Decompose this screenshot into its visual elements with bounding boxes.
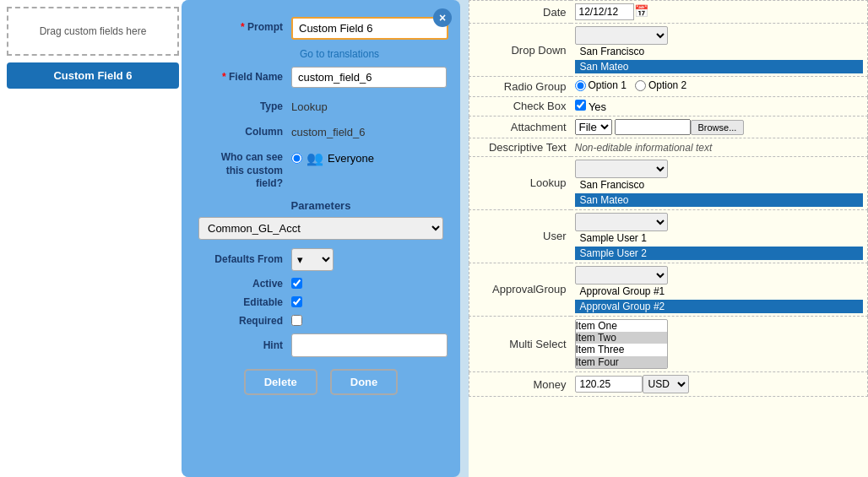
type-value: Lookup bbox=[291, 96, 328, 113]
field-label: Attachment bbox=[469, 116, 571, 138]
column-row: Column custom_field_6 bbox=[198, 122, 443, 138]
field-value: San FranciscoSan Mateo bbox=[571, 156, 868, 209]
left-panel: Drag custom fields here Custom Field 6 bbox=[0, 0, 186, 477]
active-row: Active bbox=[198, 278, 443, 290]
params-select[interactable]: Common_GL_Acct bbox=[198, 217, 443, 240]
checkbox-input[interactable] bbox=[575, 100, 586, 111]
prompt-row: * Prompt bbox=[198, 17, 443, 40]
editable-label: Editable bbox=[198, 296, 291, 308]
field-name-label: * Field Name bbox=[198, 67, 291, 83]
radio-label: Option 1 bbox=[589, 79, 627, 91]
descriptive-text: Non-editable informational text bbox=[575, 142, 713, 154]
list-item[interactable]: San Francisco bbox=[575, 178, 864, 192]
field-label: Check Box bbox=[469, 96, 571, 116]
list-item: Item Four bbox=[576, 356, 667, 368]
table-row: Check Box Yes bbox=[469, 96, 868, 116]
list-item[interactable]: Approval Group #2 bbox=[575, 300, 864, 313]
defaults-select[interactable]: ▾ bbox=[291, 248, 334, 271]
field-value: Non-editable informational text bbox=[571, 138, 868, 156]
table-row: ApprovalGroupApproval Group #1Approval G… bbox=[469, 263, 868, 316]
editable-row: Editable bbox=[198, 296, 443, 308]
list-item[interactable]: San Mateo bbox=[575, 60, 864, 73]
field-value: San FranciscoSan Mateo bbox=[571, 24, 868, 77]
radio-option: Option 2 bbox=[635, 79, 686, 91]
done-button[interactable]: Done bbox=[330, 369, 399, 395]
modal-dialog: × * Prompt Go to translations * Field Na… bbox=[182, 0, 460, 477]
list-item: Item Three bbox=[576, 344, 667, 355]
field-label: Money bbox=[469, 372, 571, 397]
attachment-input[interactable] bbox=[615, 119, 691, 135]
modal-close-button[interactable]: × bbox=[433, 8, 452, 27]
who-everyone-label: Everyone bbox=[328, 152, 374, 165]
custom-field-button[interactable]: Custom Field 6 bbox=[7, 62, 179, 89]
list-item: Item Two bbox=[576, 332, 667, 344]
list-item[interactable]: Sample User 2 bbox=[575, 247, 864, 260]
table-row: AttachmentFileBrowse... bbox=[469, 116, 868, 138]
currency-select[interactable]: USD bbox=[643, 375, 689, 393]
fields-table: Date📅Drop DownSan FranciscoSan MateoRadi… bbox=[469, 0, 868, 397]
field-value: USD bbox=[571, 372, 868, 397]
field-value: 📅 bbox=[571, 1, 868, 24]
hint-input[interactable] bbox=[291, 333, 448, 357]
field-name-row: * Field Name bbox=[198, 67, 443, 88]
column-value: custom_field_6 bbox=[291, 122, 365, 138]
field-label: Drop Down bbox=[469, 24, 571, 77]
file-type-select[interactable]: File bbox=[575, 119, 612, 135]
user-select[interactable] bbox=[575, 213, 668, 231]
date-input[interactable] bbox=[575, 3, 634, 20]
field-label: ApprovalGroup bbox=[469, 263, 571, 316]
delete-button[interactable]: Delete bbox=[244, 369, 317, 395]
who-label: Who can seethis customfield? bbox=[198, 147, 291, 191]
list-item[interactable]: San Mateo bbox=[575, 193, 864, 207]
dropdown-select[interactable] bbox=[575, 26, 668, 45]
table-row: Radio GroupOption 1Option 2 bbox=[469, 77, 868, 97]
modal-buttons: Delete Done bbox=[198, 369, 443, 395]
hint-row: Hint bbox=[198, 333, 443, 357]
list-item[interactable]: Approval Group #1 bbox=[575, 285, 864, 298]
defaults-label: Defaults From bbox=[198, 253, 291, 265]
right-panel: Date📅Drop DownSan FranciscoSan MateoRadi… bbox=[469, 0, 868, 477]
radio-input[interactable] bbox=[635, 80, 646, 91]
checkbox-label: Yes bbox=[586, 100, 607, 113]
field-value: FileBrowse... bbox=[571, 116, 868, 138]
field-value: Yes bbox=[571, 96, 868, 116]
table-row: Drop DownSan FranciscoSan Mateo bbox=[469, 24, 868, 77]
field-value: Sample User 1Sample User 2 bbox=[571, 209, 868, 263]
who-radio-everyone[interactable] bbox=[291, 153, 302, 164]
required-label: Required bbox=[198, 315, 291, 327]
field-name-input[interactable] bbox=[291, 67, 447, 88]
money-input[interactable] bbox=[575, 376, 643, 393]
field-label: User bbox=[469, 209, 571, 263]
radio-option: Option 1 bbox=[575, 79, 627, 91]
required-row: Required bbox=[198, 315, 443, 327]
calendar-icon[interactable]: 📅 bbox=[634, 4, 648, 18]
approvalgroup-select[interactable] bbox=[575, 266, 668, 285]
radio-label: Option 2 bbox=[648, 79, 686, 91]
list-item[interactable]: Sample User 1 bbox=[575, 231, 864, 245]
type-label: Type bbox=[198, 96, 291, 112]
multiselect-listbox[interactable]: Item OneItem TwoItem ThreeItem Four bbox=[575, 319, 668, 370]
field-label: Lookup bbox=[469, 156, 571, 209]
active-checkbox[interactable] bbox=[291, 278, 302, 289]
radio-input[interactable] bbox=[575, 80, 586, 91]
who-row: Who can seethis customfield? 👥 Everyone bbox=[198, 147, 443, 191]
prompt-input[interactable] bbox=[291, 17, 448, 40]
field-value: Approval Group #1Approval Group #2 bbox=[571, 263, 868, 316]
type-row: Type Lookup bbox=[198, 96, 443, 113]
prompt-label: * Prompt bbox=[198, 17, 291, 33]
translation-link[interactable]: Go to translations bbox=[300, 48, 443, 60]
required-checkbox[interactable] bbox=[291, 315, 302, 326]
table-row: UserSample User 1Sample User 2 bbox=[469, 209, 868, 263]
field-label: Multi Select bbox=[469, 316, 571, 372]
field-value: Item OneItem TwoItem ThreeItem Four bbox=[571, 316, 868, 372]
drag-label: Drag custom fields here bbox=[40, 25, 147, 37]
list-item[interactable]: San Francisco bbox=[575, 45, 864, 58]
browse-button[interactable]: Browse... bbox=[691, 120, 745, 135]
table-row: MoneyUSD bbox=[469, 372, 868, 397]
defaults-row: Defaults From ▾ bbox=[198, 248, 443, 271]
lookup-select[interactable] bbox=[575, 160, 668, 178]
table-row: Date📅 bbox=[469, 1, 868, 24]
field-label: Radio Group bbox=[469, 77, 571, 97]
who-radio: 👥 Everyone bbox=[291, 147, 374, 166]
editable-checkbox[interactable] bbox=[291, 296, 302, 307]
